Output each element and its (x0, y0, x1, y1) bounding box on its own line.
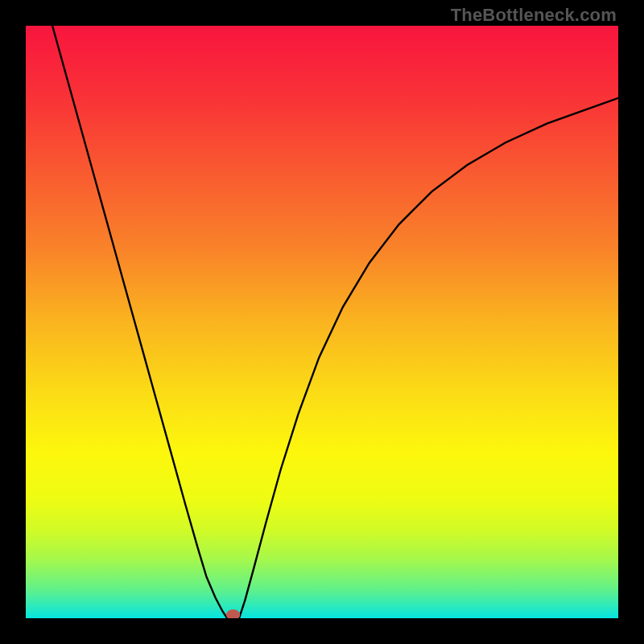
plot-area (26, 26, 618, 618)
watermark-text: TheBottleneck.com (451, 5, 617, 26)
chart-svg (26, 26, 618, 618)
chart-frame: TheBottleneck.com (0, 0, 644, 644)
gradient-background (26, 26, 618, 618)
